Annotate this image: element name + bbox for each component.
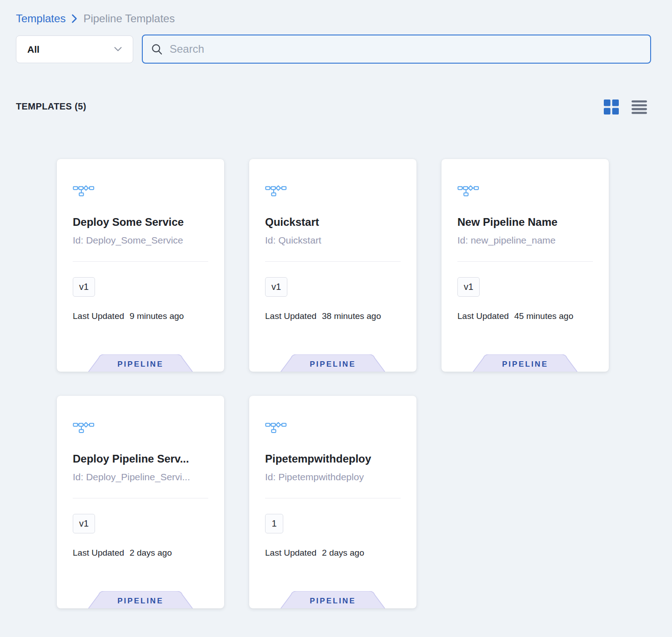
chevron-down-icon: [114, 47, 122, 52]
pipeline-badge-label: PIPELINE: [279, 354, 386, 372]
breadcrumb-current: Pipeline Templates: [83, 12, 175, 25]
last-updated-label: Last Updated: [457, 311, 509, 321]
pipeline-badge: PIPELINE: [471, 354, 579, 372]
list-view-button[interactable]: [632, 100, 647, 114]
pipeline-badge: PIPELINE: [279, 354, 386, 372]
last-updated-row: Last Updated 2 days ago: [265, 548, 401, 558]
search-box: [142, 35, 651, 64]
last-updated-value: 2 days ago: [130, 548, 172, 558]
card-title: Pipetempwithdeploy: [265, 452, 401, 466]
last-updated-label: Last Updated: [73, 548, 124, 558]
version-badge: 1: [265, 514, 283, 533]
last-updated-label: Last Updated: [265, 311, 316, 321]
pipeline-badge-label: PIPELINE: [87, 354, 194, 372]
card-title: Deploy Some Service: [73, 215, 208, 229]
filter-dropdown[interactable]: All: [16, 35, 133, 63]
card-title: Deploy Pipeline Serv...: [73, 452, 208, 466]
pipeline-icon: [265, 421, 287, 433]
list-view-icon: [632, 100, 647, 114]
last-updated-value: 45 minutes ago: [514, 311, 573, 321]
breadcrumb: Templates Pipeline Templates: [16, 12, 175, 25]
card-id: Id: Quickstart: [265, 234, 401, 246]
last-updated-value: 38 minutes ago: [322, 311, 381, 321]
last-updated-row: Last Updated 2 days ago: [73, 548, 208, 558]
card-id: Id: Deploy_Pipeline_Servi...: [73, 471, 208, 483]
pipeline-icon: [265, 184, 287, 197]
pipeline-badge: PIPELINE: [87, 354, 194, 372]
search-icon: [151, 43, 163, 55]
pipeline-badge: PIPELINE: [87, 591, 194, 608]
view-toggles: [604, 100, 647, 114]
template-card[interactable]: Deploy Pipeline Serv... Id: Deploy_Pipel…: [57, 396, 224, 608]
breadcrumb-link-templates[interactable]: Templates: [16, 12, 65, 25]
pipeline-icon: [457, 184, 479, 197]
last-updated-row: Last Updated 45 minutes ago: [457, 311, 593, 321]
card-id: Id: new_pipeline_name: [457, 234, 593, 246]
card-id: Id: Pipetempwithdeploy: [265, 471, 401, 483]
last-updated-value: 2 days ago: [322, 548, 364, 558]
grid-view-icon: [604, 100, 619, 114]
version-badge: v1: [73, 514, 95, 533]
pipeline-badge-label: PIPELINE: [471, 354, 579, 372]
chevron-right-icon: [71, 14, 77, 24]
grid-view-button[interactable]: [604, 100, 619, 114]
last-updated-row: Last Updated 38 minutes ago: [265, 311, 401, 321]
card-title: Quickstart: [265, 215, 401, 229]
version-badge: v1: [73, 277, 95, 297]
pipeline-badge-label: PIPELINE: [87, 591, 194, 608]
pipeline-icon: [73, 184, 95, 197]
filter-dropdown-value: All: [27, 44, 40, 55]
version-badge: v1: [457, 277, 480, 297]
card-id: Id: Deploy_Some_Service: [73, 234, 208, 246]
template-card[interactable]: Deploy Some Service Id: Deploy_Some_Serv…: [57, 159, 224, 372]
section-title: TEMPLATES (5): [16, 101, 86, 112]
last-updated-label: Last Updated: [73, 311, 124, 321]
last-updated-label: Last Updated: [265, 548, 316, 558]
pipeline-badge: PIPELINE: [279, 591, 386, 608]
template-card-grid: Deploy Some Service Id: Deploy_Some_Serv…: [57, 159, 609, 608]
template-card[interactable]: Quickstart Id: Quickstart v1 Last Update…: [249, 159, 416, 372]
pipeline-icon: [73, 421, 95, 433]
template-card[interactable]: Pipetempwithdeploy Id: Pipetempwithdeplo…: [249, 396, 416, 608]
pipeline-badge-label: PIPELINE: [279, 591, 386, 608]
card-title: New Pipeline Name: [457, 215, 593, 229]
last-updated-value: 9 minutes ago: [130, 311, 184, 321]
version-badge: v1: [265, 277, 287, 297]
template-card[interactable]: New Pipeline Name Id: new_pipeline_name …: [441, 159, 609, 372]
search-input[interactable]: [170, 43, 642, 55]
last-updated-row: Last Updated 9 minutes ago: [73, 311, 208, 321]
